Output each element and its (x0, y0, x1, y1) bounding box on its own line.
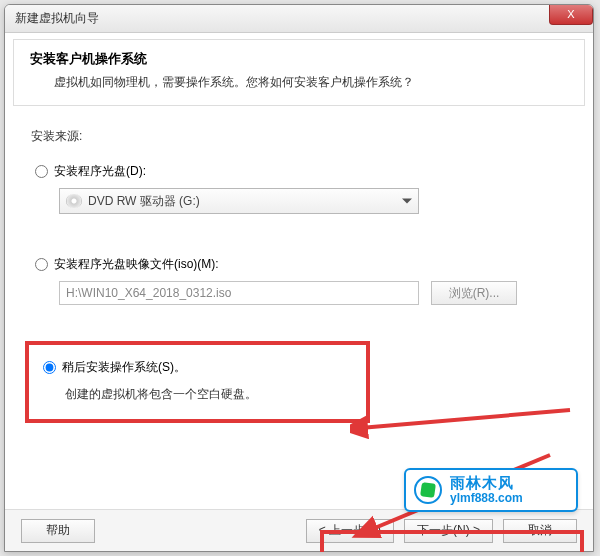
install-source-label: 安装来源: (31, 128, 567, 145)
annotation-highlight-box: 稍后安装操作系统(S)。 创建的虚拟机将包含一个空白硬盘。 (25, 341, 370, 423)
titlebar: 新建虚拟机向导 X (5, 5, 593, 33)
watermark: 雨林木风 ylmf888.com (404, 468, 578, 512)
wizard-content: 安装来源: 安装程序光盘(D): DVD RW 驱动器 (G:) 安装程序光盘映… (5, 106, 593, 423)
drive-dropdown-text: DVD RW 驱动器 (G:) (88, 193, 200, 210)
watermark-title: 雨林木风 (450, 475, 523, 492)
later-hint-text: 创建的虚拟机将包含一个空白硬盘。 (43, 386, 352, 403)
browse-button[interactable]: 浏览(R)... (431, 281, 517, 305)
radio-iso-input[interactable] (35, 258, 48, 271)
iso-path-input[interactable] (59, 281, 419, 305)
radio-later-input[interactable] (43, 361, 56, 374)
radio-disc-label: 安装程序光盘(D): (54, 163, 146, 180)
annotation-highlight-box-bottom (320, 530, 584, 552)
watermark-url: ylmf888.com (450, 492, 523, 505)
chevron-down-icon (402, 199, 412, 204)
drive-dropdown[interactable]: DVD RW 驱动器 (G:) (59, 188, 419, 214)
radio-iso-file[interactable]: 安装程序光盘映像文件(iso)(M): (31, 256, 567, 273)
close-button[interactable]: X (549, 5, 593, 25)
watermark-logo-icon (414, 476, 442, 504)
radio-iso-label: 安装程序光盘映像文件(iso)(M): (54, 256, 219, 273)
disc-icon (66, 194, 82, 208)
radio-disc-input[interactable] (35, 165, 48, 178)
radio-later-label: 稍后安装操作系统(S)。 (62, 359, 186, 376)
wizard-header: 安装客户机操作系统 虚拟机如同物理机，需要操作系统。您将如何安装客户机操作系统？ (13, 39, 585, 106)
radio-installer-disc[interactable]: 安装程序光盘(D): (31, 163, 567, 180)
header-title: 安装客户机操作系统 (30, 50, 568, 68)
window-title: 新建虚拟机向导 (15, 10, 99, 27)
header-subtitle: 虚拟机如同物理机，需要操作系统。您将如何安装客户机操作系统？ (30, 74, 568, 91)
close-icon: X (567, 8, 574, 20)
radio-install-later[interactable]: 稍后安装操作系统(S)。 (43, 359, 352, 376)
help-button[interactable]: 帮助 (21, 519, 95, 543)
